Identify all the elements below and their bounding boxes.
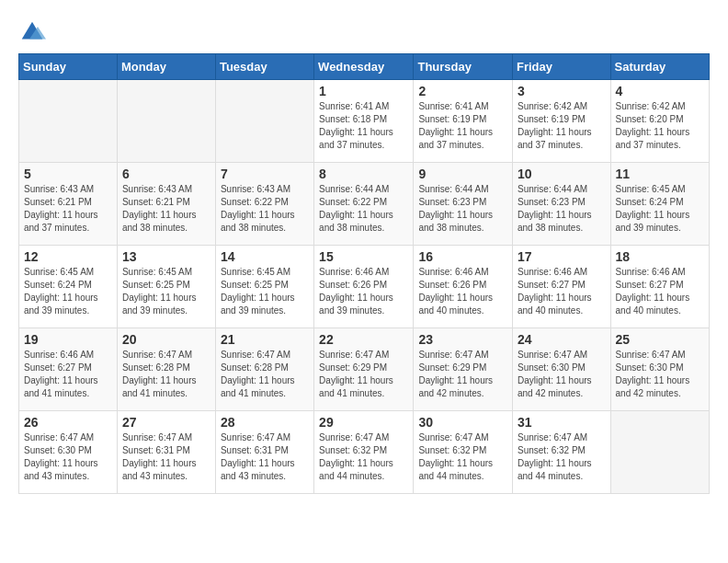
week-row-2: 12Sunrise: 6:45 AMSunset: 6:24 PMDayligh… [19, 246, 710, 328]
calendar-cell: 23Sunrise: 6:47 AMSunset: 6:29 PMDayligh… [414, 328, 513, 411]
calendar: SundayMondayTuesdayWednesdayThursdayFrid… [18, 53, 710, 494]
day-header-friday: Friday [513, 54, 611, 80]
calendar-cell: 19Sunrise: 6:46 AMSunset: 6:27 PMDayligh… [19, 328, 118, 411]
day-number: 14 [221, 249, 309, 264]
calendar-cell: 8Sunrise: 6:44 AMSunset: 6:22 PMDaylight… [314, 163, 414, 246]
calendar-cell: 20Sunrise: 6:47 AMSunset: 6:28 PMDayligh… [117, 328, 215, 411]
day-info: Sunrise: 6:47 AMSunset: 6:29 PMDaylight:… [319, 349, 408, 400]
day-info: Sunrise: 6:46 AMSunset: 6:27 PMDaylight:… [616, 266, 704, 317]
day-info: Sunrise: 6:44 AMSunset: 6:23 PMDaylight:… [418, 183, 507, 235]
day-info: Sunrise: 6:42 AMSunset: 6:20 PMDaylight:… [616, 100, 704, 152]
day-header-tuesday: Tuesday [215, 54, 313, 80]
day-info: Sunrise: 6:45 AMSunset: 6:25 PMDaylight:… [122, 266, 210, 317]
calendar-cell [117, 80, 215, 163]
day-number: 19 [24, 332, 112, 347]
calendar-cell: 28Sunrise: 6:47 AMSunset: 6:31 PMDayligh… [215, 411, 313, 494]
logo [18, 18, 50, 46]
calendar-cell: 6Sunrise: 6:43 AMSunset: 6:21 PMDaylight… [117, 163, 215, 246]
day-number: 12 [24, 249, 112, 264]
day-info: Sunrise: 6:47 AMSunset: 6:28 PMDaylight:… [122, 349, 210, 400]
day-info: Sunrise: 6:47 AMSunset: 6:31 PMDaylight:… [221, 431, 309, 483]
day-info: Sunrise: 6:47 AMSunset: 6:30 PMDaylight:… [616, 349, 704, 400]
day-info: Sunrise: 6:47 AMSunset: 6:28 PMDaylight:… [221, 349, 309, 400]
day-header-thursday: Thursday [414, 54, 513, 80]
day-number: 8 [319, 167, 408, 181]
calendar-cell [610, 411, 709, 494]
day-info: Sunrise: 6:43 AMSunset: 6:22 PMDaylight:… [221, 183, 309, 235]
calendar-cell [215, 80, 313, 163]
day-info: Sunrise: 6:46 AMSunset: 6:26 PMDaylight:… [319, 266, 408, 317]
day-info: Sunrise: 6:47 AMSunset: 6:32 PMDaylight:… [319, 431, 408, 483]
calendar-cell: 24Sunrise: 6:47 AMSunset: 6:30 PMDayligh… [513, 328, 611, 411]
calendar-cell: 3Sunrise: 6:42 AMSunset: 6:19 PMDaylight… [513, 80, 611, 163]
day-header-sunday: Sunday [19, 54, 118, 80]
calendar-cell: 4Sunrise: 6:42 AMSunset: 6:20 PMDaylight… [610, 80, 709, 163]
day-number: 18 [616, 249, 704, 264]
day-number: 5 [24, 167, 112, 181]
day-number: 23 [418, 332, 507, 347]
calendar-cell: 9Sunrise: 6:44 AMSunset: 6:23 PMDaylight… [414, 163, 513, 246]
calendar-cell: 18Sunrise: 6:46 AMSunset: 6:27 PMDayligh… [610, 246, 709, 328]
day-info: Sunrise: 6:47 AMSunset: 6:31 PMDaylight:… [122, 431, 210, 483]
calendar-cell: 30Sunrise: 6:47 AMSunset: 6:32 PMDayligh… [414, 411, 513, 494]
day-info: Sunrise: 6:45 AMSunset: 6:25 PMDaylight:… [221, 266, 309, 317]
day-info: Sunrise: 6:41 AMSunset: 6:18 PMDaylight:… [319, 100, 408, 152]
day-number: 4 [616, 84, 704, 98]
calendar-cell: 27Sunrise: 6:47 AMSunset: 6:31 PMDayligh… [117, 411, 215, 494]
day-number: 2 [418, 84, 507, 98]
day-number: 25 [616, 332, 704, 347]
day-info: Sunrise: 6:45 AMSunset: 6:24 PMDaylight:… [616, 183, 704, 235]
day-number: 26 [24, 415, 112, 430]
day-header-wednesday: Wednesday [314, 54, 414, 80]
week-row-4: 26Sunrise: 6:47 AMSunset: 6:30 PMDayligh… [19, 411, 710, 494]
day-header-saturday: Saturday [610, 54, 709, 80]
calendar-body: 1Sunrise: 6:41 AMSunset: 6:18 PMDaylight… [19, 80, 710, 494]
day-info: Sunrise: 6:47 AMSunset: 6:32 PMDaylight:… [418, 431, 507, 483]
calendar-cell: 22Sunrise: 6:47 AMSunset: 6:29 PMDayligh… [314, 328, 414, 411]
calendar-cell: 25Sunrise: 6:47 AMSunset: 6:30 PMDayligh… [610, 328, 709, 411]
calendar-cell: 15Sunrise: 6:46 AMSunset: 6:26 PMDayligh… [314, 246, 414, 328]
day-header-monday: Monday [117, 54, 215, 80]
calendar-cell: 21Sunrise: 6:47 AMSunset: 6:28 PMDayligh… [215, 328, 313, 411]
day-number: 30 [418, 415, 507, 430]
calendar-cell: 26Sunrise: 6:47 AMSunset: 6:30 PMDayligh… [19, 411, 118, 494]
day-number: 10 [518, 167, 606, 181]
day-number: 16 [418, 249, 507, 264]
calendar-cell: 10Sunrise: 6:44 AMSunset: 6:23 PMDayligh… [513, 163, 611, 246]
day-info: Sunrise: 6:46 AMSunset: 6:27 PMDaylight:… [518, 266, 606, 317]
day-info: Sunrise: 6:45 AMSunset: 6:24 PMDaylight:… [24, 266, 112, 317]
calendar-cell: 11Sunrise: 6:45 AMSunset: 6:24 PMDayligh… [610, 163, 709, 246]
day-info: Sunrise: 6:47 AMSunset: 6:32 PMDaylight:… [518, 431, 606, 483]
calendar-cell: 16Sunrise: 6:46 AMSunset: 6:26 PMDayligh… [414, 246, 513, 328]
day-info: Sunrise: 6:44 AMSunset: 6:22 PMDaylight:… [319, 183, 408, 235]
week-row-1: 5Sunrise: 6:43 AMSunset: 6:21 PMDaylight… [19, 163, 710, 246]
day-number: 20 [122, 332, 210, 347]
day-number: 31 [518, 415, 606, 430]
day-info: Sunrise: 6:44 AMSunset: 6:23 PMDaylight:… [518, 183, 606, 235]
calendar-cell: 13Sunrise: 6:45 AMSunset: 6:25 PMDayligh… [117, 246, 215, 328]
day-number: 27 [122, 415, 210, 430]
calendar-cell: 31Sunrise: 6:47 AMSunset: 6:32 PMDayligh… [513, 411, 611, 494]
day-number: 29 [319, 415, 408, 430]
day-info: Sunrise: 6:43 AMSunset: 6:21 PMDaylight:… [122, 183, 210, 235]
calendar-cell: 14Sunrise: 6:45 AMSunset: 6:25 PMDayligh… [215, 246, 313, 328]
day-info: Sunrise: 6:46 AMSunset: 6:27 PMDaylight:… [24, 349, 112, 400]
calendar-cell: 17Sunrise: 6:46 AMSunset: 6:27 PMDayligh… [513, 246, 611, 328]
week-row-3: 19Sunrise: 6:46 AMSunset: 6:27 PMDayligh… [19, 328, 710, 411]
week-row-0: 1Sunrise: 6:41 AMSunset: 6:18 PMDaylight… [19, 80, 710, 163]
day-info: Sunrise: 6:43 AMSunset: 6:21 PMDaylight:… [24, 183, 112, 235]
day-number: 15 [319, 249, 408, 264]
day-number: 28 [221, 415, 309, 430]
day-info: Sunrise: 6:41 AMSunset: 6:19 PMDaylight:… [418, 100, 507, 152]
day-info: Sunrise: 6:47 AMSunset: 6:29 PMDaylight:… [418, 349, 507, 400]
day-number: 6 [122, 167, 210, 181]
day-number: 21 [221, 332, 309, 347]
day-info: Sunrise: 6:42 AMSunset: 6:19 PMDaylight:… [518, 100, 606, 152]
calendar-cell [19, 80, 118, 163]
day-number: 13 [122, 249, 210, 264]
page-header [9, 9, 719, 53]
day-number: 11 [616, 167, 704, 181]
day-number: 24 [518, 332, 606, 347]
calendar-cell: 12Sunrise: 6:45 AMSunset: 6:24 PMDayligh… [19, 246, 118, 328]
calendar-cell: 29Sunrise: 6:47 AMSunset: 6:32 PMDayligh… [314, 411, 414, 494]
